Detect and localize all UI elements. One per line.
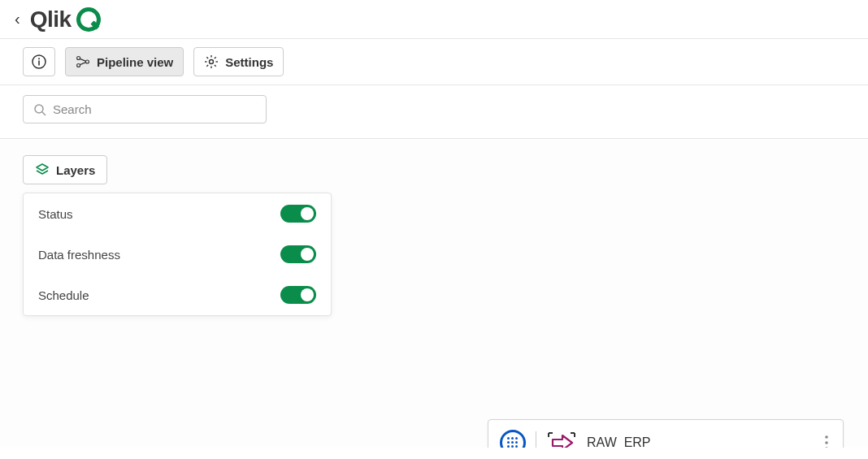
node-menu-icon[interactable]: [822, 435, 831, 448]
brand-mark-icon: [76, 7, 101, 32]
svg-point-20: [825, 435, 828, 439]
search-box[interactable]: [23, 95, 267, 123]
info-icon: [32, 54, 46, 69]
svg-rect-2: [38, 61, 40, 66]
svg-point-15: [35, 105, 43, 113]
svg-line-13: [207, 65, 209, 67]
settings-button[interactable]: Settings: [193, 47, 284, 76]
svg-point-4: [77, 64, 80, 67]
svg-line-16: [42, 112, 46, 115]
layer-row-schedule: Schedule: [24, 275, 331, 315]
gear-icon: [204, 54, 219, 69]
list-icon: [500, 430, 526, 448]
node-title: RAW_ERP: [587, 435, 812, 448]
toggle-schedule[interactable]: [280, 286, 316, 304]
svg-point-6: [210, 60, 214, 64]
search-row: [0, 85, 868, 139]
layers-icon: [35, 162, 50, 177]
pipeline-canvas: Layers Status Data freshness Schedule PM…: [0, 139, 868, 448]
svg-point-5: [85, 60, 89, 63]
svg-line-14: [215, 57, 216, 58]
svg-line-11: [207, 57, 209, 58]
layers-button[interactable]: Layers: [23, 155, 107, 184]
info-button[interactable]: [23, 47, 55, 76]
svg-line-12: [215, 65, 216, 67]
search-icon: [33, 103, 46, 116]
layer-label: Data freshness: [38, 248, 120, 262]
separator: [536, 431, 536, 448]
node-header: RAW_ERP: [488, 420, 843, 448]
svg-point-22: [825, 447, 828, 448]
node-target[interactable]: RAW_ERP Ready to run Data is updated to …: [488, 419, 844, 448]
brand-text: Qlik: [30, 6, 72, 32]
landing-arrow-icon: [546, 430, 577, 448]
pipeline-view-button[interactable]: Pipeline view: [65, 47, 184, 76]
layer-label: Status: [38, 207, 73, 221]
svg-point-3: [77, 57, 80, 60]
toggle-freshness[interactable]: [280, 245, 316, 263]
svg-point-1: [38, 58, 40, 59]
settings-label: Settings: [225, 55, 273, 69]
pipeline-view-label: Pipeline view: [97, 55, 173, 69]
layers-panel: Status Data freshness Schedule: [23, 193, 332, 316]
pipeline-icon: [76, 54, 90, 69]
toggle-status[interactable]: [280, 205, 316, 223]
brand-logo[interactable]: Qlik: [30, 6, 101, 32]
toolbar: Pipeline view Settings: [0, 39, 868, 85]
layer-row-freshness: Data freshness: [24, 234, 331, 275]
search-input[interactable]: [53, 102, 256, 116]
back-chevron-icon[interactable]: ‹: [15, 10, 20, 28]
layer-label: Schedule: [38, 288, 89, 302]
layers-label: Layers: [56, 163, 95, 177]
header-bar: ‹ Qlik: [0, 0, 868, 39]
svg-point-21: [825, 441, 828, 444]
layer-row-status: Status: [24, 193, 331, 234]
